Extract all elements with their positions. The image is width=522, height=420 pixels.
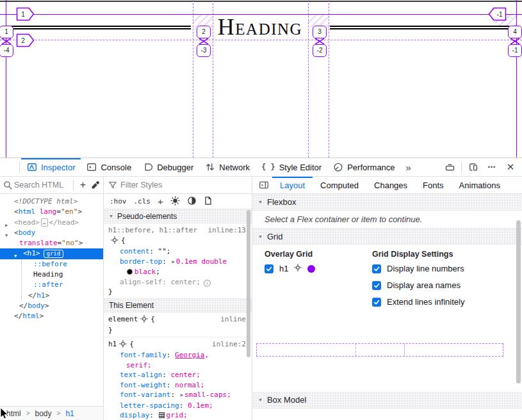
markup-node[interactable]: ▶<head>…</head> bbox=[0, 218, 103, 228]
css-declaration[interactable]: letter-spacing: 0.1em; bbox=[104, 401, 252, 411]
grid-setting-display-line-numbers[interactable]: Display line numbers bbox=[372, 264, 464, 273]
page-viewport: Heading 12-11-42-33-24-1 bbox=[0, 0, 522, 158]
markup-node[interactable]: Heading bbox=[0, 270, 103, 280]
code-token: ::before bbox=[33, 260, 67, 268]
setting-label: Display line numbers bbox=[387, 264, 464, 273]
markup-node[interactable]: <!DOCTYPE html> bbox=[0, 197, 103, 207]
device-preview-button[interactable] bbox=[441, 159, 458, 175]
markup-node[interactable]: <html lang="en"> bbox=[0, 207, 103, 217]
expand-value-icon[interactable]: ▶ bbox=[172, 259, 174, 264]
devtools: InspectorConsoleDebuggerNetwork{ }Style … bbox=[0, 158, 522, 420]
markup-node[interactable]: ▼<h1>grid bbox=[0, 248, 103, 259]
markup-node[interactable]: translate="no"> bbox=[0, 238, 103, 248]
responsive-design-mode-button[interactable] bbox=[465, 159, 482, 175]
more-options-button[interactable]: ••• bbox=[484, 159, 500, 175]
sidebar-tab-fonts[interactable]: Fonts bbox=[415, 177, 452, 193]
toolbox-tab-debugger[interactable]: Debugger bbox=[137, 158, 199, 176]
close-button[interactable]: ✕ bbox=[502, 159, 519, 175]
search-input[interactable] bbox=[14, 181, 70, 190]
breadcrumb-item-h1[interactable]: h1 bbox=[65, 409, 74, 418]
selector-highlighter-icon[interactable] bbox=[119, 341, 127, 350]
selector-highlighter-icon[interactable] bbox=[140, 316, 148, 325]
sidebar-toggle-button[interactable] bbox=[256, 177, 272, 193]
overlay-grid-item[interactable]: h1 bbox=[265, 264, 315, 273]
rules-toolbar: :hov.cls+ bbox=[104, 194, 252, 209]
toggle-light-theme-button[interactable] bbox=[170, 196, 180, 207]
rule-source-link[interactable]: inline:2 bbox=[212, 339, 246, 350]
breadcrumb-item-body[interactable]: body bbox=[35, 409, 52, 418]
rule-selector[interactable]: h1::before, h1::after bbox=[108, 226, 197, 234]
eyedropper-icon[interactable] bbox=[91, 181, 100, 190]
more-tabs-button[interactable]: » bbox=[401, 162, 416, 173]
grid-section-header[interactable]: ▼ Grid bbox=[252, 228, 522, 245]
highlight-grid-icon[interactable] bbox=[294, 264, 302, 273]
css-declaration[interactable]: border-top: ▶0.1em doubleblack; bbox=[104, 257, 252, 277]
rules-section-header-this-element[interactable]: This Element bbox=[104, 298, 252, 312]
rule-source-link[interactable]: inline:13 bbox=[208, 225, 246, 236]
debugger-icon bbox=[143, 162, 153, 172]
checkbox-checked[interactable] bbox=[372, 298, 381, 307]
css-declaration[interactable]: font-variant: ▶small-caps; bbox=[104, 390, 252, 401]
console-icon bbox=[86, 162, 97, 172]
css-declaration[interactable]: content: ""; bbox=[104, 246, 252, 257]
rule-selector-line: h1::before, h1::afterinline:13 bbox=[104, 225, 252, 236]
markup-node[interactable]: ▼<body bbox=[0, 228, 103, 238]
add-node-button[interactable]: + bbox=[77, 179, 89, 191]
flexbox-section-header[interactable]: ▼ Flexbox bbox=[252, 194, 522, 211]
sidebar-tab-layout[interactable]: Layout bbox=[272, 177, 313, 193]
collapsed-content-badge[interactable]: … bbox=[41, 218, 48, 227]
expand-value-icon[interactable]: ▶ bbox=[181, 392, 183, 398]
grid-color-swatch[interactable] bbox=[307, 265, 315, 273]
grid-badge[interactable]: grid bbox=[44, 250, 64, 258]
toolbox-tab-style-editor[interactable]: { }Style Editor bbox=[256, 158, 327, 176]
rule-selector[interactable]: h1 bbox=[108, 340, 117, 348]
checkbox-checked[interactable] bbox=[372, 281, 381, 290]
color-swatch-black[interactable] bbox=[127, 269, 133, 275]
rules-section-header-pseudo-elements[interactable]: ▼Pseudo-elements bbox=[104, 209, 252, 223]
sidebar-tab-computed[interactable]: Computed bbox=[313, 177, 366, 193]
close-icon: ✕ bbox=[507, 161, 515, 173]
rules-toolbar--cls-button[interactable]: .cls bbox=[134, 197, 151, 206]
pick-element-button[interactable] bbox=[0, 158, 18, 176]
markup-node[interactable]: </h1> bbox=[0, 291, 103, 301]
markup-node[interactable]: </html> bbox=[0, 311, 103, 321]
toggle-dark-theme-button[interactable] bbox=[187, 196, 197, 207]
markup-node[interactable]: ::before bbox=[0, 259, 103, 270]
css-rule: element{inline} bbox=[104, 312, 252, 337]
sidebar-tab-animations[interactable]: Animations bbox=[452, 177, 508, 193]
toggle-print-media-button[interactable] bbox=[204, 196, 213, 207]
sidebar-tab-changes[interactable]: Changes bbox=[366, 177, 415, 193]
checkbox-checked[interactable] bbox=[265, 264, 273, 273]
rule-selector[interactable]: element bbox=[108, 315, 138, 323]
grid-setting-display-area-names[interactable]: Display area names bbox=[372, 280, 461, 290]
rules-toolbar-add-rule-button[interactable]: + bbox=[158, 196, 163, 207]
css-declaration[interactable]: text-align: center; bbox=[104, 370, 252, 380]
rules-toolbar--hov-button[interactable]: :hov bbox=[110, 197, 127, 206]
grid-highlighter-icon[interactable] bbox=[159, 412, 165, 418]
property-value: small-caps; bbox=[184, 391, 231, 399]
markup-node[interactable]: </body> bbox=[0, 301, 103, 311]
rules-scrollbar[interactable] bbox=[247, 210, 250, 357]
light-theme-icon bbox=[170, 196, 180, 206]
box-model-section-header[interactable]: ▼ Box Model bbox=[252, 392, 522, 408]
toolbox-tab-network[interactable]: Network bbox=[199, 158, 256, 176]
css-declaration[interactable]: align-self: center;i bbox=[104, 277, 252, 287]
toolbox-tab-performance[interactable]: Performance bbox=[327, 158, 400, 176]
inactive-info-icon[interactable]: i bbox=[204, 280, 211, 287]
page-heading: Heading bbox=[202, 15, 318, 40]
grid-setting-extend-lines-infinitely[interactable]: Extend lines infinitely bbox=[372, 297, 464, 307]
markup-node[interactable]: ::after bbox=[0, 280, 103, 290]
rule-source-link[interactable]: inline bbox=[220, 314, 246, 325]
css-declaration[interactable]: font-weight: normal; bbox=[104, 380, 252, 391]
toolbox-tab-inspector[interactable]: Inspector bbox=[21, 158, 81, 176]
toolbox-tab-console[interactable]: Console bbox=[81, 158, 137, 176]
checkbox-checked[interactable] bbox=[372, 264, 381, 273]
css-declaration[interactable]: display: grid; bbox=[104, 410, 252, 420]
filter-styles-input[interactable] bbox=[120, 181, 247, 190]
grid-outline-preview[interactable] bbox=[256, 343, 503, 357]
responsive-design-mode-icon bbox=[468, 162, 478, 172]
layout-scrollbar[interactable] bbox=[516, 220, 521, 384]
property-name: font-weight bbox=[120, 381, 167, 389]
css-declaration[interactable]: font-family: Georgia,serif; bbox=[104, 350, 252, 370]
selector-highlighter-icon[interactable] bbox=[111, 238, 118, 246]
